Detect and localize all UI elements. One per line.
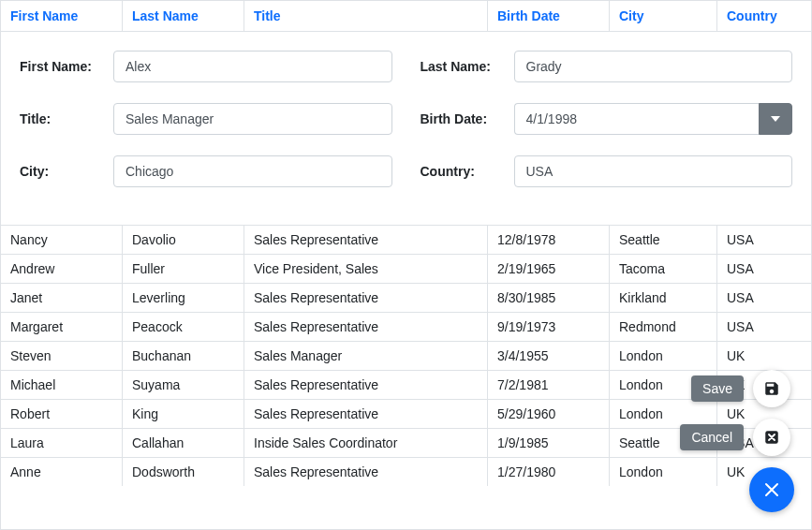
cell-title: Vice President, Sales: [244, 255, 488, 283]
cell-first-name: Anne: [1, 458, 123, 486]
cell-birth-date: 7/2/1981: [488, 371, 610, 399]
first-name-input[interactable]: [113, 51, 392, 82]
col-header-first-name[interactable]: First Name: [1, 1, 123, 31]
label-first-name: First Name:: [20, 59, 113, 74]
cell-first-name: Margaret: [1, 313, 123, 341]
float-actions: Save Cancel: [749, 370, 794, 512]
cell-last-name: Peacock: [123, 313, 244, 341]
edit-form: First Name: Last Name: Title: Birth Date…: [1, 32, 811, 226]
cell-country: UK: [717, 342, 811, 370]
cell-birth-date: 5/29/1960: [488, 400, 610, 428]
table-row[interactable]: JanetLeverlingSales Representative8/30/1…: [1, 284, 811, 313]
cell-country: USA: [717, 313, 811, 341]
table-row[interactable]: AnneDodsworthSales Representative1/27/19…: [1, 458, 811, 486]
cell-city: Seattle: [610, 226, 717, 254]
cancel-icon: [763, 429, 780, 446]
col-header-title[interactable]: Title: [244, 1, 488, 31]
save-button[interactable]: Save: [753, 370, 790, 407]
cell-first-name: Robert: [1, 400, 123, 428]
cell-last-name: King: [123, 400, 244, 428]
cell-last-name: Leverling: [123, 284, 244, 312]
birth-date-input[interactable]: [514, 103, 760, 135]
label-last-name: Last Name:: [421, 59, 514, 74]
cell-birth-date: 3/4/1955: [488, 342, 610, 370]
table-row[interactable]: StevenBuchananSales Manager3/4/1955Londo…: [1, 342, 811, 371]
label-country: Country:: [421, 164, 514, 179]
table-row[interactable]: MichaelSuyamaSales Representative7/2/198…: [1, 371, 811, 400]
cell-birth-date: 9/19/1973: [488, 313, 610, 341]
close-icon: [764, 482, 779, 497]
title-input[interactable]: [113, 103, 392, 135]
header-row: First Name Last Name Title Birth Date Ci…: [1, 1, 811, 32]
city-input[interactable]: [113, 155, 392, 187]
cell-first-name: Michael: [1, 371, 123, 399]
cell-title: Sales Manager: [244, 342, 488, 370]
cell-birth-date: 1/9/1985: [488, 429, 610, 457]
cell-title: Inside Sales Coordinator: [244, 429, 488, 457]
cell-city: Redmond: [610, 313, 717, 341]
cancel-button[interactable]: Cancel: [753, 419, 790, 456]
table-row[interactable]: AndrewFullerVice President, Sales2/19/19…: [1, 255, 811, 284]
cell-city: London: [610, 458, 717, 486]
table-row[interactable]: NancyDavolioSales Representative12/8/197…: [1, 226, 811, 255]
cell-first-name: Nancy: [1, 226, 123, 254]
cell-birth-date: 8/30/1985: [488, 284, 610, 312]
last-name-input[interactable]: [514, 51, 793, 82]
cell-last-name: Suyama: [123, 371, 244, 399]
cell-first-name: Laura: [1, 429, 123, 457]
country-input[interactable]: [514, 155, 793, 187]
col-header-city[interactable]: City: [610, 1, 717, 31]
cell-country: USA: [717, 226, 811, 254]
caret-down-icon: [771, 116, 780, 122]
table-row[interactable]: MargaretPeacockSales Representative9/19/…: [1, 313, 811, 342]
cell-birth-date: 2/19/1965: [488, 255, 610, 283]
cell-birth-date: 12/8/1978: [488, 226, 610, 254]
save-tooltip: Save: [691, 375, 744, 402]
save-icon: [763, 380, 780, 397]
cell-last-name: Davolio: [123, 226, 244, 254]
cell-city: London: [610, 342, 717, 370]
cancel-tooltip: Cancel: [680, 424, 744, 450]
cell-first-name: Andrew: [1, 255, 123, 283]
cell-country: USA: [717, 284, 811, 312]
label-title: Title:: [20, 111, 113, 126]
cell-title: Sales Representative: [244, 284, 488, 312]
col-header-country[interactable]: Country: [717, 1, 811, 31]
cell-birth-date: 1/27/1980: [488, 458, 610, 486]
cell-title: Sales Representative: [244, 371, 488, 399]
col-header-last-name[interactable]: Last Name: [123, 1, 244, 31]
cell-country: USA: [717, 255, 811, 283]
cell-title: Sales Representative: [244, 458, 488, 486]
close-button[interactable]: [749, 467, 794, 512]
cell-first-name: Janet: [1, 284, 123, 312]
label-city: City:: [20, 164, 113, 179]
label-birth-date: Birth Date:: [421, 111, 514, 126]
cell-last-name: Callahan: [123, 429, 244, 457]
cell-city: Tacoma: [610, 255, 717, 283]
cell-last-name: Fuller: [123, 255, 244, 283]
cell-last-name: Buchanan: [123, 342, 244, 370]
cell-last-name: Dodsworth: [123, 458, 244, 486]
cell-city: Kirkland: [610, 284, 717, 312]
cell-title: Sales Representative: [244, 313, 488, 341]
cell-title: Sales Representative: [244, 400, 488, 428]
cell-title: Sales Representative: [244, 226, 488, 254]
date-picker-button[interactable]: [759, 103, 792, 135]
grid-container: First Name Last Name Title Birth Date Ci…: [0, 0, 812, 530]
cell-first-name: Steven: [1, 342, 123, 370]
col-header-birth-date[interactable]: Birth Date: [488, 1, 610, 31]
